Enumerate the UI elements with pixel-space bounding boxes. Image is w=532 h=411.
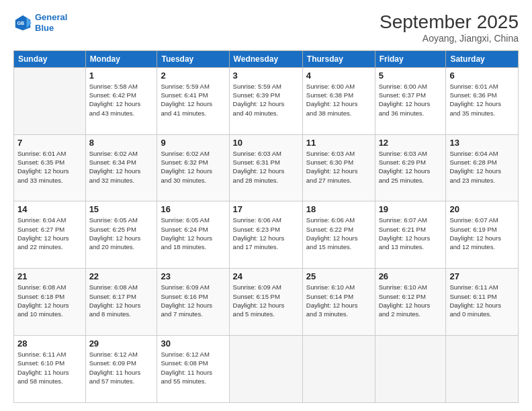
day-info: Sunrise: 6:05 AM Sunset: 6:24 PM Dayligh…: [161, 216, 225, 251]
day-cell: 29Sunrise: 6:12 AM Sunset: 6:09 PM Dayli…: [85, 336, 157, 403]
day-cell: 9Sunrise: 6:02 AM Sunset: 6:32 PM Daylig…: [157, 134, 229, 201]
day-number: 5: [379, 71, 443, 81]
page: GB General Blue September 2025 Aoyang, J…: [0, 0, 532, 411]
day-number: 29: [89, 338, 154, 349]
day-info: Sunrise: 6:03 AM Sunset: 6:29 PM Dayligh…: [379, 149, 443, 185]
day-cell: [302, 336, 375, 403]
day-number: 28: [17, 338, 82, 349]
day-info: Sunrise: 6:01 AM Sunset: 6:36 PM Dayligh…: [449, 82, 515, 118]
day-number: 24: [233, 271, 299, 281]
day-cell: 30Sunrise: 6:12 AM Sunset: 6:08 PM Dayli…: [157, 336, 229, 403]
day-info: Sunrise: 6:04 AM Sunset: 6:28 PM Dayligh…: [449, 149, 515, 185]
day-info: Sunrise: 6:07 AM Sunset: 6:21 PM Dayligh…: [379, 216, 443, 251]
day-info: Sunrise: 6:10 AM Sunset: 6:14 PM Dayligh…: [306, 283, 371, 318]
day-number: 13: [449, 138, 515, 148]
day-number: 9: [161, 138, 225, 148]
day-number: 14: [17, 204, 82, 214]
day-cell: 17Sunrise: 6:06 AM Sunset: 6:23 PM Dayli…: [229, 201, 302, 269]
calendar-table: SundayMondayTuesdayWednesdayThursdayFrid…: [13, 50, 519, 403]
weekday-header-row: SundayMondayTuesdayWednesdayThursdayFrid…: [14, 50, 519, 67]
day-number: 15: [89, 204, 154, 214]
day-cell: 6Sunrise: 6:01 AM Sunset: 6:36 PM Daylig…: [446, 67, 519, 134]
day-number: 12: [379, 138, 443, 148]
title-block: September 2025 Aoyang, Jiangxi, China: [380, 12, 519, 44]
month-title: September 2025: [380, 12, 519, 33]
header: GB General Blue September 2025 Aoyang, J…: [13, 12, 519, 44]
day-number: 8: [89, 138, 154, 148]
day-cell: [375, 336, 446, 403]
day-info: Sunrise: 6:00 AM Sunset: 6:38 PM Dayligh…: [306, 82, 371, 118]
day-cell: 24Sunrise: 6:09 AM Sunset: 6:15 PM Dayli…: [229, 269, 302, 336]
weekday-header-sunday: Sunday: [14, 50, 86, 67]
day-number: 17: [233, 204, 299, 214]
day-info: Sunrise: 6:11 AM Sunset: 6:10 PM Dayligh…: [17, 350, 82, 385]
day-info: Sunrise: 5:59 AM Sunset: 6:39 PM Dayligh…: [233, 82, 299, 118]
weekday-header-wednesday: Wednesday: [229, 50, 302, 67]
day-number: 1: [89, 71, 154, 81]
day-number: 22: [89, 271, 154, 281]
day-number: 4: [306, 71, 371, 81]
day-number: 16: [161, 204, 225, 214]
day-info: Sunrise: 6:09 AM Sunset: 6:16 PM Dayligh…: [161, 283, 225, 318]
day-cell: 18Sunrise: 6:06 AM Sunset: 6:22 PM Dayli…: [302, 201, 375, 269]
day-cell: 10Sunrise: 6:03 AM Sunset: 6:31 PM Dayli…: [229, 134, 302, 201]
day-cell: 19Sunrise: 6:07 AM Sunset: 6:21 PM Dayli…: [375, 201, 446, 269]
day-number: 21: [17, 271, 82, 281]
day-cell: 28Sunrise: 6:11 AM Sunset: 6:10 PM Dayli…: [14, 336, 86, 403]
day-info: Sunrise: 6:08 AM Sunset: 6:17 PM Dayligh…: [89, 283, 154, 318]
day-info: Sunrise: 6:00 AM Sunset: 6:37 PM Dayligh…: [379, 82, 443, 118]
day-cell: [14, 67, 86, 134]
weekday-header-thursday: Thursday: [302, 50, 375, 67]
day-info: Sunrise: 6:12 AM Sunset: 6:08 PM Dayligh…: [161, 350, 225, 385]
week-row-4: 21Sunrise: 6:08 AM Sunset: 6:18 PM Dayli…: [14, 269, 519, 336]
day-cell: 27Sunrise: 6:11 AM Sunset: 6:11 PM Dayli…: [446, 269, 519, 336]
day-info: Sunrise: 6:03 AM Sunset: 6:30 PM Dayligh…: [306, 149, 371, 185]
day-info: Sunrise: 6:01 AM Sunset: 6:35 PM Dayligh…: [17, 149, 82, 185]
day-info: Sunrise: 6:11 AM Sunset: 6:11 PM Dayligh…: [449, 283, 515, 318]
day-cell: 12Sunrise: 6:03 AM Sunset: 6:29 PM Dayli…: [375, 134, 446, 201]
day-cell: 14Sunrise: 6:04 AM Sunset: 6:27 PM Dayli…: [14, 201, 86, 269]
day-info: Sunrise: 6:08 AM Sunset: 6:18 PM Dayligh…: [17, 283, 82, 318]
week-row-5: 28Sunrise: 6:11 AM Sunset: 6:10 PM Dayli…: [14, 336, 519, 403]
day-cell: 21Sunrise: 6:08 AM Sunset: 6:18 PM Dayli…: [14, 269, 86, 336]
weekday-header-saturday: Saturday: [446, 50, 519, 67]
day-number: 2: [161, 71, 225, 81]
day-number: 25: [306, 271, 371, 281]
day-cell: 2Sunrise: 5:59 AM Sunset: 6:41 PM Daylig…: [157, 67, 229, 134]
day-cell: 5Sunrise: 6:00 AM Sunset: 6:37 PM Daylig…: [375, 67, 446, 134]
day-info: Sunrise: 6:06 AM Sunset: 6:23 PM Dayligh…: [233, 216, 299, 251]
logo: GB General Blue: [13, 12, 67, 33]
location-subtitle: Aoyang, Jiangxi, China: [380, 33, 519, 44]
day-info: Sunrise: 6:02 AM Sunset: 6:32 PM Dayligh…: [161, 149, 225, 185]
day-number: 7: [17, 138, 82, 148]
day-cell: [229, 336, 302, 403]
day-info: Sunrise: 6:07 AM Sunset: 6:19 PM Dayligh…: [449, 216, 515, 251]
day-info: Sunrise: 6:03 AM Sunset: 6:31 PM Dayligh…: [233, 149, 299, 185]
day-number: 10: [233, 138, 299, 148]
day-cell: 11Sunrise: 6:03 AM Sunset: 6:30 PM Dayli…: [302, 134, 375, 201]
day-info: Sunrise: 6:06 AM Sunset: 6:22 PM Dayligh…: [306, 216, 371, 251]
day-cell: 22Sunrise: 6:08 AM Sunset: 6:17 PM Dayli…: [85, 269, 157, 336]
day-number: 18: [306, 204, 371, 214]
day-info: Sunrise: 6:12 AM Sunset: 6:09 PM Dayligh…: [89, 350, 154, 385]
day-number: 30: [161, 338, 225, 349]
week-row-1: 1Sunrise: 5:58 AM Sunset: 6:42 PM Daylig…: [14, 67, 519, 134]
day-cell: 1Sunrise: 5:58 AM Sunset: 6:42 PM Daylig…: [85, 67, 157, 134]
day-number: 23: [161, 271, 225, 281]
day-cell: 8Sunrise: 6:02 AM Sunset: 6:34 PM Daylig…: [85, 134, 157, 201]
day-number: 19: [379, 204, 443, 214]
day-cell: 15Sunrise: 6:05 AM Sunset: 6:25 PM Dayli…: [85, 201, 157, 269]
day-info: Sunrise: 6:04 AM Sunset: 6:27 PM Dayligh…: [17, 216, 82, 251]
day-info: Sunrise: 5:58 AM Sunset: 6:42 PM Dayligh…: [89, 82, 154, 118]
day-cell: 23Sunrise: 6:09 AM Sunset: 6:16 PM Dayli…: [157, 269, 229, 336]
day-number: 11: [306, 138, 371, 148]
day-cell: 13Sunrise: 6:04 AM Sunset: 6:28 PM Dayli…: [446, 134, 519, 201]
weekday-header-monday: Monday: [85, 50, 157, 67]
day-cell: 4Sunrise: 6:00 AM Sunset: 6:38 PM Daylig…: [302, 67, 375, 134]
day-cell: [446, 336, 519, 403]
day-number: 3: [233, 71, 299, 81]
day-cell: 16Sunrise: 6:05 AM Sunset: 6:24 PM Dayli…: [157, 201, 229, 269]
week-row-2: 7Sunrise: 6:01 AM Sunset: 6:35 PM Daylig…: [14, 134, 519, 201]
day-info: Sunrise: 6:02 AM Sunset: 6:34 PM Dayligh…: [89, 149, 154, 185]
weekday-header-tuesday: Tuesday: [157, 50, 229, 67]
